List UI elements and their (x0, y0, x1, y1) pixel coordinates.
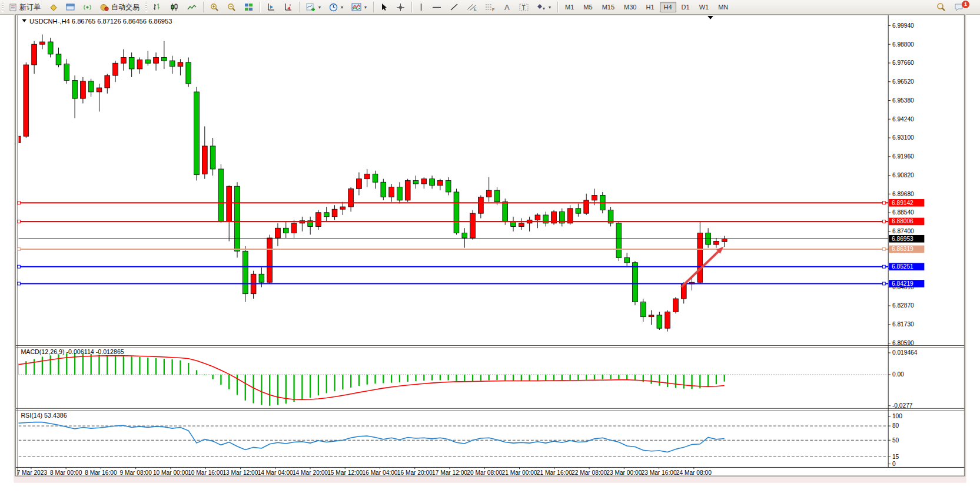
price-tick-label: 6.96520 (892, 78, 914, 85)
candle-body (72, 80, 78, 98)
line-anchor-square[interactable] (18, 282, 21, 285)
channel-tool-button[interactable]: E (463, 2, 480, 12)
timeframe-button-m5[interactable]: M5 (579, 2, 596, 12)
line-anchor-square[interactable] (18, 248, 21, 251)
candle-body (97, 88, 102, 92)
candle-body (462, 233, 467, 238)
indicator-window2-button[interactable] (280, 2, 296, 12)
rsi-tick-label: 15 (892, 454, 899, 460)
time-tick-label: 14 Mar 20:00 (293, 469, 328, 476)
candle-body (291, 223, 297, 233)
trendline-tool-button[interactable] (446, 2, 462, 12)
timeframe-button-m15[interactable]: M15 (598, 2, 619, 12)
price-tick-label: 6.87400 (892, 228, 914, 234)
zoom-out-button[interactable] (224, 2, 240, 12)
candle-chart-mode-button[interactable] (167, 2, 182, 12)
chart-canvas[interactable]: 6.999406.988006.976606.965206.953806.942… (0, 14, 980, 496)
candle-body (373, 174, 378, 182)
line-chart-mode-button[interactable] (184, 2, 200, 12)
signals-button[interactable] (79, 2, 95, 12)
timeframe-menu-button[interactable]: ▾ (325, 2, 347, 12)
vline-tool-button[interactable] (415, 2, 427, 12)
toolbar-grip (2, 2, 4, 12)
timeframe-button-h1[interactable]: H1 (642, 2, 658, 12)
line-anchor-square[interactable] (18, 220, 21, 223)
zoom-out-icon (227, 3, 236, 12)
timeframe-button-mn[interactable]: MN (714, 2, 732, 12)
candle-body (121, 57, 126, 63)
line-anchor-square[interactable] (882, 220, 885, 223)
zoom-in-button[interactable] (207, 2, 222, 12)
toolbar-separator (260, 2, 260, 12)
text-tool-button[interactable]: A (500, 2, 514, 12)
candle-body (519, 223, 524, 227)
price-tick-label: 6.94240 (892, 116, 914, 123)
line-anchor-square[interactable] (18, 201, 21, 204)
candle-body (161, 57, 167, 61)
timeframe-button-m30[interactable]: M30 (620, 2, 640, 12)
ohlc-bars-icon (153, 3, 162, 11)
add-indicator-button[interactable]: ▾ (303, 2, 324, 12)
timeframe-button-m1[interactable]: M1 (561, 2, 578, 12)
tile-windows-button[interactable] (241, 2, 257, 12)
tile-windows-icon (244, 3, 253, 11)
timeframe-button-h4[interactable]: H4 (660, 2, 676, 12)
search-button[interactable] (933, 2, 949, 12)
candle-body (430, 179, 435, 186)
search-icon (936, 2, 946, 12)
price-tick-label: 6.89680 (892, 191, 914, 197)
bar-chart-mode-button[interactable] (150, 2, 165, 12)
time-tick-label: 16 Mar 04:00 (362, 469, 397, 476)
price-tick-label: 6.91960 (892, 153, 914, 160)
new-order-button[interactable]: 新订单 (6, 2, 44, 12)
candle-body (714, 242, 719, 245)
time-tick-label: 23 Mar 16:00 (642, 469, 677, 476)
time-tick-label: 13 Mar 12:00 (222, 469, 258, 476)
line-anchor-square[interactable] (882, 282, 885, 285)
time-tick-label: 21 Mar 16:00 (537, 469, 572, 476)
hline-price-tag: 6.89142 (889, 199, 924, 207)
time-tick-label: 23 Mar 00:00 (606, 469, 642, 476)
candle-body (145, 60, 151, 64)
notification-badge: 1 (962, 1, 969, 8)
candle-body (535, 215, 540, 220)
candle-body (503, 202, 508, 221)
candle-body (624, 257, 630, 262)
hline-tool-button[interactable] (428, 2, 445, 12)
line-anchor-square[interactable] (882, 248, 885, 251)
arrows-tool-button[interactable]: ▾ (533, 2, 554, 12)
price-tick-label: 6.98800 (892, 41, 914, 48)
time-tick-label: 10 Mar 16:00 (188, 469, 223, 476)
toolbar-separator (557, 2, 558, 12)
fibonacci-tool-button[interactable]: F (481, 2, 499, 12)
line-anchor-square[interactable] (882, 265, 885, 268)
notifications-button[interactable]: 1 (951, 2, 977, 12)
candle-body (137, 60, 142, 69)
template-menu-button[interactable]: ▾ (348, 2, 370, 12)
time-tick-label: 22 Mar 08:00 (572, 469, 607, 476)
timeframe-button-w1[interactable]: W1 (695, 2, 713, 12)
indicator-window-button[interactable] (263, 2, 279, 12)
cursor-tool-button[interactable] (377, 2, 391, 12)
add-indicator-icon (306, 3, 315, 11)
label-tool-button[interactable]: T (516, 2, 532, 12)
time-tick-label: 24 Mar 08:00 (676, 469, 712, 476)
line-anchor-square[interactable] (18, 265, 21, 268)
candle-body (186, 62, 191, 84)
market-depth-button[interactable] (45, 2, 61, 12)
window-icon (66, 4, 75, 11)
price-tick-label: 6.99940 (892, 22, 914, 29)
chevron-down-icon: ▾ (364, 5, 367, 10)
line-anchor-square[interactable] (882, 201, 885, 204)
price-tag-label: 6.86953 (892, 236, 913, 242)
new-order-icon (9, 4, 17, 11)
crosshair-tool-button[interactable] (393, 2, 408, 12)
candle-body (454, 192, 459, 233)
hline-price-tag: 6.86319 (889, 246, 924, 253)
timeframe-button-d1[interactable]: D1 (677, 2, 694, 12)
candle-body (576, 209, 581, 213)
candle-body (105, 75, 110, 88)
autotrade-button[interactable]: 自动交易 (97, 2, 143, 12)
terminal-window-button[interactable] (62, 2, 78, 12)
candle-body (242, 251, 248, 293)
